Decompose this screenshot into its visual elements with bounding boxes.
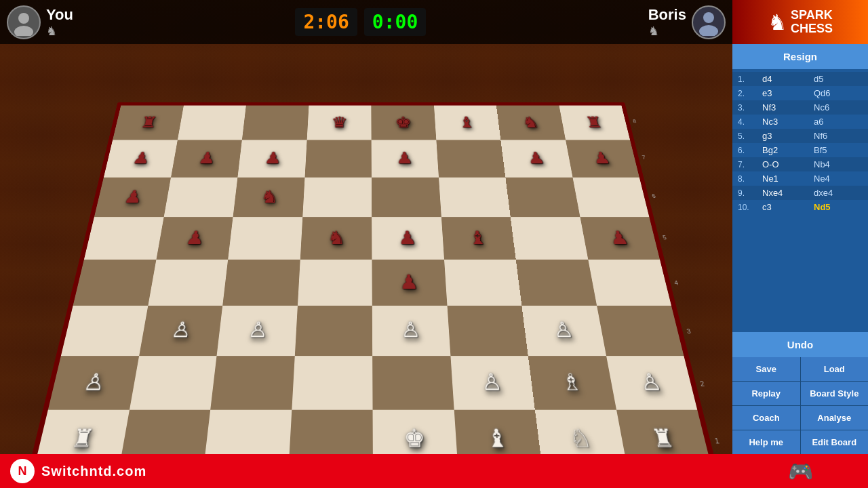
cell-c8[interactable] (242, 106, 309, 140)
cell-d5[interactable]: ♞ (300, 217, 372, 260)
avatar-boris (692, 5, 726, 39)
cell-c4[interactable] (222, 260, 300, 306)
cell-c3[interactable]: ♙ (217, 306, 298, 356)
move-row-6[interactable]: 6. Bg2 Bf5 (732, 143, 868, 157)
cell-a6[interactable]: ♟ (94, 177, 171, 217)
spark-chess-knight-icon: ♞ (768, 9, 787, 35)
cell-h4[interactable] (588, 260, 671, 306)
cell-g2[interactable]: ♗ (528, 356, 616, 410)
cell-a3[interactable] (61, 306, 148, 356)
cell-g6[interactable] (505, 177, 580, 217)
cell-b6[interactable] (163, 177, 237, 217)
help-me-button[interactable]: Help me (732, 430, 800, 454)
piece-e4: ♟ (372, 260, 447, 306)
cell-f7[interactable] (436, 140, 505, 178)
cell-g8[interactable]: ♞ (496, 106, 566, 140)
piece-e8: ♚ (371, 106, 436, 140)
move-row-5[interactable]: 5. g3 Nf6 (732, 129, 868, 143)
nintendo-text: Switchntd.com (41, 464, 146, 479)
save-button[interactable]: Save (732, 357, 800, 381)
cell-a7[interactable]: ♟ (104, 140, 177, 178)
cell-h3[interactable] (597, 306, 684, 356)
cell-e8[interactable]: ♚ (371, 106, 436, 140)
cell-b4[interactable] (148, 260, 228, 306)
cell-c6[interactable]: ♞ (233, 177, 305, 217)
cell-h6[interactable] (572, 177, 649, 217)
cell-f8[interactable]: ♝ (434, 106, 501, 140)
piece-b7: ♟ (171, 140, 242, 178)
replay-button[interactable]: Replay (732, 382, 800, 405)
cell-f2[interactable]: ♙ (450, 356, 535, 410)
cell-h7[interactable]: ♟ (566, 140, 639, 178)
piece-h5: ♟ (580, 217, 660, 260)
timer-area: 2:06 0:00 (295, 8, 426, 36)
piece-g3: ♙ (521, 306, 606, 356)
move-num-2: 2. (738, 89, 757, 98)
nintendo-logo: N (10, 459, 35, 483)
cell-d2[interactable] (292, 356, 373, 410)
cell-h8[interactable]: ♜ (559, 106, 630, 140)
move-10-white: c3 (760, 202, 811, 212)
cell-e2[interactable] (372, 356, 454, 410)
nintendo-banner: N Switchntd.com (0, 454, 732, 488)
cell-f5[interactable]: ♝ (441, 217, 515, 260)
cell-h5[interactable]: ♟ (580, 217, 660, 260)
move-6-black: Bf5 (814, 145, 863, 155)
move-num-10: 10. (738, 203, 757, 212)
svg-point-2 (703, 12, 714, 23)
coach-button[interactable]: Coach (732, 406, 800, 430)
move-row-9[interactable]: 9. Nxe4 dxe4 (732, 186, 868, 200)
resign-button[interactable]: Resign (732, 44, 868, 69)
cell-a2[interactable]: ♙ (48, 356, 139, 410)
edit-board-button[interactable]: Edit Board (801, 430, 869, 454)
cell-a4[interactable] (73, 260, 156, 306)
move-row-4[interactable]: 4. Nc3 a6 (732, 115, 868, 129)
move-3-white: Nf3 (760, 102, 811, 113)
move-row-1[interactable]: 1. d4 d5 (732, 72, 868, 86)
cell-d7[interactable] (304, 140, 372, 178)
cell-d4[interactable] (297, 260, 372, 306)
cell-e7[interactable]: ♟ (372, 140, 439, 178)
cell-c5[interactable] (228, 217, 302, 260)
cell-g3[interactable]: ♙ (521, 306, 606, 356)
cell-f4[interactable] (444, 260, 522, 306)
cell-b5[interactable]: ♟ (156, 217, 233, 260)
board-container: ♜ ♛ ♚ ♝ ♞ ♜ ♟ ♟ ♟ ♟ (0, 0, 732, 488)
cell-b8[interactable] (177, 106, 245, 140)
move-5-white: g3 (760, 131, 811, 141)
chess-board[interactable]: ♜ ♛ ♚ ♝ ♞ ♜ ♟ ♟ ♟ ♟ (27, 102, 719, 474)
cell-f3[interactable] (447, 306, 528, 356)
move-row-8[interactable]: 8. Ne1 Ne4 (732, 171, 868, 186)
move-row-7[interactable]: 7. O-O Nb4 (732, 157, 868, 171)
move-row-3[interactable]: 3. Nf3 Nc6 (732, 100, 868, 115)
board-style-button[interactable]: Board Style (801, 382, 869, 405)
cell-g4[interactable] (516, 260, 597, 306)
cell-b7[interactable]: ♟ (171, 140, 242, 178)
cell-e6[interactable] (372, 177, 441, 217)
cell-a8[interactable]: ♜ (113, 106, 183, 140)
cell-d3[interactable] (294, 306, 372, 356)
cell-e5[interactable]: ♟ (372, 217, 443, 260)
piece-c3: ♙ (217, 306, 298, 356)
cell-g5[interactable] (511, 217, 588, 260)
cell-b3[interactable]: ♙ (139, 306, 222, 356)
cell-d6[interactable] (302, 177, 372, 217)
piece-e7: ♟ (372, 140, 439, 178)
analyse-button[interactable]: Analyse (801, 406, 869, 430)
cell-h2[interactable]: ♙ (606, 356, 698, 410)
move-row-10[interactable]: 10. c3 Nd5 (732, 200, 868, 214)
cell-c2[interactable] (210, 356, 294, 410)
cell-e3[interactable]: ♙ (372, 306, 450, 356)
svg-point-1 (14, 26, 33, 36)
cell-g7[interactable]: ♟ (500, 140, 572, 178)
move-row-2[interactable]: 2. e3 Qd6 (732, 86, 868, 100)
cell-d8[interactable]: ♛ (307, 106, 371, 140)
cell-c7[interactable]: ♟ (237, 140, 307, 178)
piece-b5: ♟ (156, 217, 233, 260)
cell-f6[interactable] (439, 177, 511, 217)
cell-e4[interactable]: ♟ (372, 260, 447, 306)
load-button[interactable]: Load (801, 357, 869, 381)
cell-b2[interactable] (130, 356, 217, 410)
cell-a5[interactable] (84, 217, 163, 260)
undo-button[interactable]: Undo (732, 332, 868, 357)
